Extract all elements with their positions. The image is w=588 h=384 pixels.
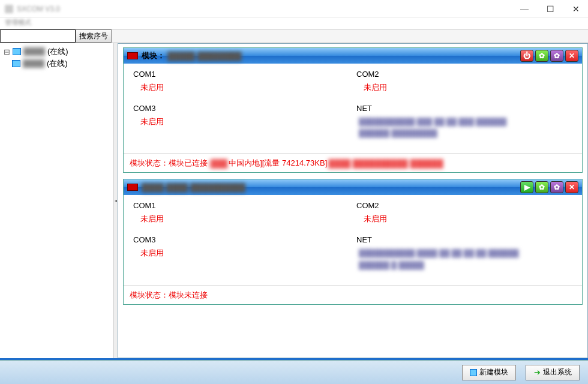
footer-status-prefix: 模块状态：模块未连接 bbox=[130, 290, 208, 301]
port-label: COM3 bbox=[133, 104, 349, 113]
module-header-icon bbox=[127, 184, 138, 191]
new-module-label: 新建模块 bbox=[479, 367, 508, 377]
port-label: COM1 bbox=[133, 70, 349, 79]
port-status: 未启用 bbox=[133, 82, 349, 93]
config-button[interactable]: ✿ bbox=[550, 181, 563, 193]
exit-button[interactable]: ➔ 退出系统 bbox=[526, 365, 580, 380]
footer-ip: [███ bbox=[209, 159, 227, 168]
port-label: COM1 bbox=[133, 201, 349, 210]
sidebar-item[interactable]: ⊟ (在线) bbox=[4, 46, 110, 58]
port-com2: COM2 未启用 bbox=[353, 67, 576, 101]
exit-icon: ➔ bbox=[534, 368, 541, 377]
sidebar-item-status: (在线) bbox=[47, 58, 68, 69]
module-icon bbox=[470, 369, 477, 376]
content-area: 模块： █████ ████████ ⏻ ✿ ✿ ✕ COM1 未启用 COM2… bbox=[118, 43, 588, 358]
footer-extra: ████ ██████████ ██████ bbox=[328, 159, 443, 168]
footer-status-prefix: 模块状态：模块已连接 bbox=[130, 158, 208, 169]
footer-mid: 中国内地][流量 74214.73KB] bbox=[229, 158, 327, 169]
module-icon bbox=[13, 48, 21, 55]
titlebar: SXCOM V3.0 — ☐ ✕ bbox=[0, 0, 588, 18]
port-label: COM3 bbox=[133, 235, 349, 244]
new-module-button[interactable]: 新建模块 bbox=[462, 365, 516, 380]
bottom-bar: 新建模块 ➔ 退出系统 bbox=[0, 360, 588, 384]
port-status: 未启用 bbox=[356, 82, 572, 93]
module-footer: 模块状态：模块未连接 bbox=[124, 286, 582, 304]
sidebar: ⊟ (在线) (在线) bbox=[0, 43, 114, 358]
port-label: NET bbox=[356, 104, 572, 113]
sidebar-item-id bbox=[23, 47, 45, 56]
settings-button[interactable]: ✿ bbox=[535, 181, 548, 193]
module-title-id: ████ ████ ██████████ bbox=[142, 183, 245, 192]
module-icon bbox=[12, 60, 20, 67]
panel-close-button[interactable]: ✕ bbox=[565, 50, 578, 62]
module-header: 模块： █████ ████████ ⏻ ✿ ✿ ✕ bbox=[124, 48, 582, 64]
port-net: NET ███████████ ███ ██ ██ ███ ██████████… bbox=[353, 101, 576, 148]
port-com2: COM2 未启用 bbox=[353, 199, 576, 233]
module-header: ████ ████ ██████████ ▶ ✿ ✿ ✕ bbox=[124, 179, 582, 195]
window-title: SXCOM V3.0 bbox=[17, 5, 60, 13]
module-panel: 模块： █████ ████████ ⏻ ✿ ✿ ✕ COM1 未启用 COM2… bbox=[123, 47, 583, 173]
net-info: ███████████ ███ ██ ██ ███ ████████████ █… bbox=[356, 116, 572, 139]
port-status: 未启用 bbox=[133, 214, 349, 224]
search-button[interactable]: 搜索序号 bbox=[76, 29, 112, 43]
port-com3: COM3 未启用 bbox=[130, 101, 353, 148]
play-button[interactable]: ▶ bbox=[520, 181, 533, 193]
port-com3: COM3 未启用 bbox=[130, 233, 353, 279]
settings-button[interactable]: ✿ bbox=[535, 50, 548, 62]
module-footer: 模块状态：模块已连接 [███ 中国内地][流量 74214.73KB] ███… bbox=[124, 154, 582, 172]
port-com1: COM1 未启用 bbox=[130, 199, 353, 233]
net-info: ███████████ ████ ██ ██ ██ ██ ███████████… bbox=[356, 248, 572, 271]
minimize-button[interactable]: — bbox=[517, 3, 532, 15]
module-header-icon bbox=[127, 52, 138, 59]
port-com1: COM1 未启用 bbox=[130, 67, 353, 101]
port-status: 未启用 bbox=[356, 214, 572, 224]
sidebar-item[interactable]: (在线) bbox=[4, 58, 110, 70]
port-net: NET ███████████ ████ ██ ██ ██ ██ ███████… bbox=[353, 233, 576, 279]
port-status: 未启用 bbox=[133, 248, 349, 259]
exit-label: 退出系统 bbox=[543, 367, 572, 377]
port-status: 未启用 bbox=[133, 116, 349, 127]
port-label: NET bbox=[356, 235, 572, 244]
toolbar: 搜索序号 bbox=[0, 29, 588, 43]
subtitle: 管理模式 bbox=[0, 18, 588, 29]
module-title-id: █████ ████████ bbox=[167, 52, 241, 61]
config-button[interactable]: ✿ bbox=[550, 50, 563, 62]
maximize-button[interactable]: ☐ bbox=[543, 3, 558, 15]
panel-close-button[interactable]: ✕ bbox=[565, 181, 578, 193]
port-label: COM2 bbox=[356, 201, 572, 210]
app-icon bbox=[5, 5, 13, 13]
expand-icon: ⊟ bbox=[4, 47, 10, 56]
close-window-button[interactable]: ✕ bbox=[569, 3, 583, 15]
sidebar-item-id bbox=[23, 59, 44, 68]
module-panel: ████ ████ ██████████ ▶ ✿ ✿ ✕ COM1 未启用 CO… bbox=[123, 179, 583, 304]
sidebar-item-status: (在线) bbox=[47, 46, 68, 57]
module-title-prefix: 模块： bbox=[142, 50, 165, 61]
power-button[interactable]: ⏻ bbox=[520, 50, 533, 62]
port-label: COM2 bbox=[356, 70, 572, 79]
search-input[interactable] bbox=[0, 29, 76, 43]
